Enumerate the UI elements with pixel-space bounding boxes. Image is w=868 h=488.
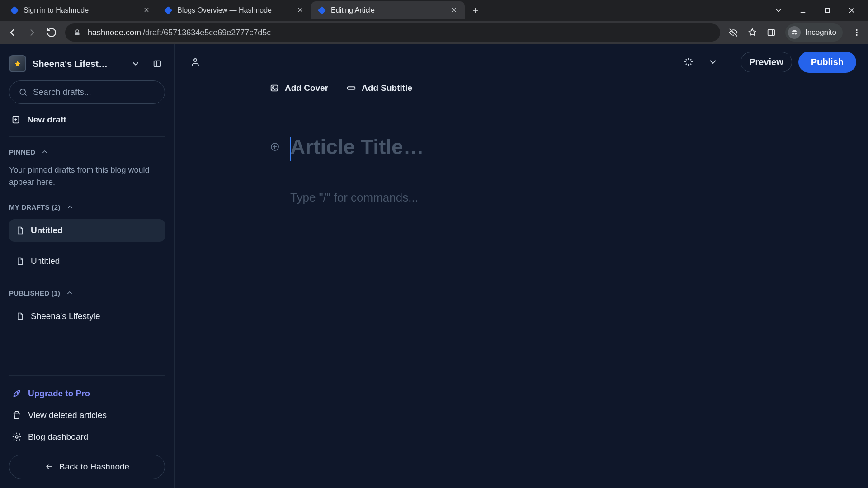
article-body-input[interactable]: Type "/" for commands... (290, 191, 868, 205)
new-draft-button[interactable]: New draft (9, 112, 165, 127)
back-to-hashnode-button[interactable]: Back to Hashnode (9, 455, 165, 479)
panel-icon[interactable] (766, 28, 776, 38)
chevron-down-icon[interactable] (128, 56, 143, 71)
upgrade-to-pro-link[interactable]: Upgrade to Pro (9, 387, 165, 400)
url-path: /draft/65713634e5ce69e2777c7d5c (143, 28, 271, 38)
add-cover-button[interactable]: Add Cover (269, 83, 328, 93)
browser-chrome: Sign in to Hashnode Blogs Overview — Has… (0, 0, 868, 44)
svg-point-16 (194, 59, 197, 61)
forward-button[interactable] (26, 27, 38, 38)
new-tab-button[interactable] (469, 4, 482, 17)
svg-rect-11 (154, 61, 161, 67)
chevron-down-icon[interactable] (704, 53, 722, 71)
pinned-empty-text: Your pinned drafts from this blog would … (9, 164, 165, 188)
image-icon (269, 83, 279, 93)
divider (9, 136, 165, 137)
svg-point-12 (20, 89, 25, 94)
tab-label: Blogs Overview — Hashnode (177, 6, 292, 14)
subtitle-icon (346, 83, 356, 93)
incognito-icon (788, 26, 801, 39)
editor-main: Preview Publish Add Cover Add Subtitle (175, 44, 868, 488)
insert-block-icon[interactable] (269, 141, 280, 152)
tab-label: Sign in to Hashnode (24, 6, 138, 14)
plus-doc-icon (11, 115, 21, 125)
document-icon (15, 257, 24, 266)
trash-icon (12, 410, 22, 420)
preview-button[interactable]: Preview (741, 52, 792, 72)
tabs-row: Sign in to Hashnode Blogs Overview — Has… (0, 0, 868, 21)
sidebar: Sheena's Lifest… Search drafts... New dr… (0, 44, 175, 488)
bookmark-star-icon[interactable] (747, 28, 757, 38)
close-icon[interactable] (450, 6, 458, 14)
chevron-up-icon (41, 148, 49, 156)
incognito-badge[interactable]: Incognito (785, 23, 843, 42)
publish-button[interactable]: Publish (798, 52, 856, 73)
section-label: PINNED (9, 148, 35, 156)
draft-item[interactable]: Untitled (9, 219, 165, 242)
svg-point-15 (15, 436, 18, 438)
svg-point-10 (856, 34, 858, 36)
lock-icon (73, 28, 81, 37)
maximize-button[interactable] (822, 5, 833, 16)
svg-point-14 (17, 392, 18, 394)
gear-icon (12, 432, 22, 442)
address-row: hashnode.com/draft/65713634e5ce69e2777c7… (0, 21, 868, 44)
ai-sparkle-icon[interactable] (679, 53, 698, 71)
kebab-menu-icon[interactable] (852, 28, 862, 38)
blog-dashboard-link[interactable]: Blog dashboard (9, 430, 165, 444)
upgrade-label: Upgrade to Pro (28, 389, 90, 399)
article-title-input[interactable]: Article Title… (290, 135, 424, 159)
published-section-header[interactable]: PUBLISHED (1) (9, 289, 165, 297)
blog-name: Sheena's Lifest… (33, 59, 122, 69)
blog-avatar (9, 55, 26, 72)
draft-item[interactable]: Untitled (9, 250, 165, 272)
published-title: Sheena's Lifestyle (31, 311, 100, 321)
svg-rect-17 (271, 85, 278, 91)
divider (9, 375, 165, 376)
minimize-button[interactable] (797, 5, 808, 16)
close-icon[interactable] (297, 6, 305, 14)
close-window-button[interactable] (846, 5, 857, 16)
sidebar-collapse-icon[interactable] (150, 56, 165, 71)
tab-search-button[interactable] (773, 5, 784, 16)
text-cursor (290, 137, 291, 161)
search-icon (19, 88, 28, 97)
eye-off-icon[interactable] (728, 28, 738, 38)
add-subtitle-button[interactable]: Add Subtitle (346, 83, 412, 93)
blog-switcher[interactable]: Sheena's Lifest… (9, 55, 165, 72)
editor-body: Add Cover Add Subtitle Article Title… Ty… (175, 80, 868, 488)
tab-signin[interactable]: Sign in to Hashnode (4, 1, 157, 19)
section-label: MY DRAFTS (2) (9, 203, 61, 211)
editor-topbar: Preview Publish (175, 44, 868, 80)
published-item[interactable]: Sheena's Lifestyle (9, 305, 165, 328)
rocket-icon (12, 389, 22, 399)
tab-blogs-overview[interactable]: Blogs Overview — Hashnode (157, 1, 311, 19)
document-icon (15, 312, 24, 321)
svg-point-7 (795, 33, 797, 35)
add-subtitle-label: Add Subtitle (362, 83, 412, 93)
collaborators-icon[interactable] (186, 53, 204, 71)
hashnode-favicon-icon (10, 6, 19, 15)
pinned-section-header[interactable]: PINNED (9, 148, 165, 156)
svg-rect-1 (164, 6, 173, 15)
address-bar[interactable]: hashnode.com/draft/65713634e5ce69e2777c7… (65, 23, 720, 42)
add-cover-label: Add Cover (285, 83, 328, 93)
drafts-section-header[interactable]: MY DRAFTS (2) (9, 203, 165, 211)
hashnode-favicon-icon (317, 6, 326, 15)
back-button[interactable] (6, 27, 18, 38)
tab-label: Editing Article (331, 6, 446, 14)
svg-rect-2 (318, 6, 326, 15)
svg-rect-19 (348, 87, 355, 89)
draft-title: Untitled (31, 225, 63, 235)
close-icon[interactable] (143, 6, 151, 14)
addr-right-icons: Incognito (728, 23, 862, 42)
svg-point-8 (856, 29, 858, 31)
divider (731, 54, 731, 70)
svg-rect-0 (10, 6, 19, 15)
reload-button[interactable] (46, 27, 57, 38)
search-input[interactable]: Search drafts... (9, 80, 165, 104)
view-deleted-link[interactable]: View deleted articles (9, 408, 165, 422)
draft-title: Untitled (31, 256, 60, 266)
hashnode-favicon-icon (164, 6, 173, 15)
tab-editing-article[interactable]: Editing Article (311, 1, 465, 19)
